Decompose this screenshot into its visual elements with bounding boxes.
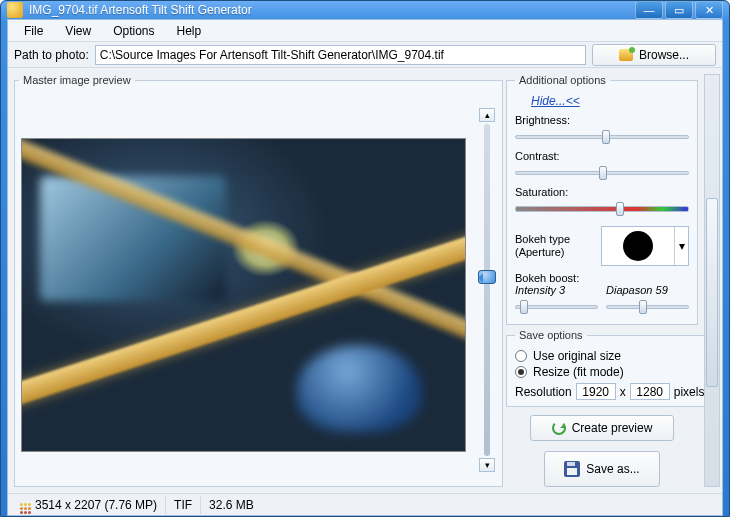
- diapason-label: Diapason 59: [606, 284, 689, 296]
- menu-help[interactable]: Help: [167, 22, 212, 40]
- diapason-slider[interactable]: [606, 300, 689, 314]
- radio-resize-fit[interactable]: Resize (fit mode): [515, 365, 704, 379]
- chevron-down-icon: ▾: [674, 227, 688, 265]
- bokeh-boost-label: Bokeh boost:: [515, 272, 689, 284]
- path-input[interactable]: [95, 45, 586, 65]
- intensity-slider[interactable]: [515, 300, 598, 314]
- scrollbar-thumb[interactable]: [706, 198, 718, 387]
- save-as-label: Save as...: [586, 463, 639, 475]
- save-as-button[interactable]: Save as...: [544, 451, 660, 487]
- browse-button[interactable]: Browse...: [592, 44, 716, 66]
- slider-up-button[interactable]: ▴: [479, 108, 495, 122]
- menubar: File View Options Help: [8, 20, 722, 42]
- slider-thumb[interactable]: [478, 270, 496, 284]
- right-column: Additional options Hide...<< Brightness:…: [506, 74, 698, 487]
- resize-fit-label: Resize (fit mode): [533, 365, 624, 379]
- resolution-x: x: [620, 385, 626, 399]
- bokeh-type-label: Bokeh type (Aperture): [515, 233, 595, 259]
- save-options-group: Save options Use original size Resize (f…: [506, 329, 713, 407]
- panel-scrollbar[interactable]: [704, 74, 720, 487]
- folder-icon: [619, 49, 633, 61]
- status-icon: [20, 503, 31, 506]
- pixels-label: pixels: [674, 385, 705, 399]
- status-format: TIF: [174, 498, 192, 512]
- saturation-slider[interactable]: [515, 202, 689, 216]
- status-dimensions: 3514 x 2207 (7.76 MP): [35, 498, 157, 512]
- preview-image[interactable]: [21, 138, 466, 452]
- master-legend: Master image preview: [19, 74, 135, 86]
- client-area: File View Options Help Path to photo: Br…: [7, 19, 723, 516]
- additional-legend: Additional options: [515, 74, 610, 86]
- slider-down-button[interactable]: ▾: [479, 458, 495, 472]
- contrast-label: Contrast:: [515, 150, 689, 162]
- app-window: IMG_9704.tif Artensoft Tilt Shift Genera…: [0, 0, 730, 517]
- browse-label: Browse...: [639, 48, 689, 62]
- brightness-label: Brightness:: [515, 114, 689, 126]
- contrast-slider[interactable]: [515, 166, 689, 180]
- minimize-button[interactable]: —: [635, 1, 663, 19]
- titlebar: IMG_9704.tif Artensoft Tilt Shift Genera…: [1, 1, 729, 19]
- bokeh-type-dropdown[interactable]: ▾: [601, 226, 689, 266]
- brightness-slider[interactable]: [515, 130, 689, 144]
- main-columns: Master image preview ▴ ▾: [8, 68, 722, 493]
- hide-link[interactable]: Hide...<<: [515, 94, 689, 108]
- app-icon: [7, 2, 23, 18]
- intensity-label: Intensity 3: [515, 284, 598, 296]
- radio-use-original[interactable]: Use original size: [515, 349, 704, 363]
- additional-options-group: Additional options Hide...<< Brightness:…: [506, 74, 698, 325]
- maximize-button[interactable]: ▭: [665, 1, 693, 19]
- use-original-label: Use original size: [533, 349, 621, 363]
- preview-vertical-slider[interactable]: ▴ ▾: [478, 108, 496, 472]
- path-label: Path to photo:: [14, 48, 89, 62]
- menu-file[interactable]: File: [14, 22, 53, 40]
- close-button[interactable]: ✕: [695, 1, 723, 19]
- saturation-label: Saturation:: [515, 186, 689, 198]
- slider-track[interactable]: [484, 124, 490, 456]
- resolution-height-input[interactable]: [630, 383, 670, 400]
- floppy-icon: [564, 461, 580, 477]
- resolution-label: Resolution: [515, 385, 572, 399]
- radio-icon: [515, 350, 527, 362]
- create-preview-label: Create preview: [572, 421, 653, 435]
- resolution-width-input[interactable]: [576, 383, 616, 400]
- master-preview-group: Master image preview ▴ ▾: [14, 74, 503, 487]
- refresh-icon: [552, 421, 566, 435]
- status-bar: 3514 x 2207 (7.76 MP) TIF 32.6 MB: [8, 493, 722, 515]
- status-size: 32.6 MB: [209, 498, 254, 512]
- path-bar: Path to photo: Browse...: [8, 42, 722, 68]
- save-legend: Save options: [515, 329, 587, 341]
- bokeh-circle-icon: [623, 231, 653, 261]
- menu-view[interactable]: View: [55, 22, 101, 40]
- menu-options[interactable]: Options: [103, 22, 164, 40]
- window-title: IMG_9704.tif Artensoft Tilt Shift Genera…: [29, 3, 635, 17]
- radio-icon-selected: [515, 366, 527, 378]
- create-preview-button[interactable]: Create preview: [530, 415, 674, 441]
